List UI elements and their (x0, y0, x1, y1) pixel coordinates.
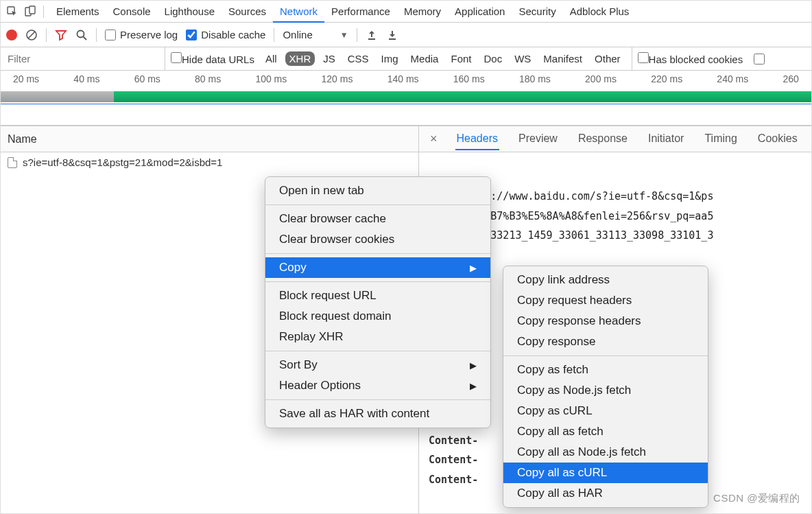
filter-funnel-icon[interactable] (55, 29, 67, 41)
preserve-log-checkbox[interactable]: Preserve log (105, 29, 178, 40)
type-filter-img[interactable]: Img (377, 51, 403, 66)
tab-sources[interactable]: Sources (222, 1, 273, 22)
separator (357, 28, 357, 42)
download-har-icon[interactable] (386, 29, 398, 41)
detail-tab-response[interactable]: Response (577, 128, 629, 150)
type-filter-manifest[interactable]: Manifest (539, 51, 586, 66)
has-blocked-cookies-checkbox[interactable]: Has blocked cookies (638, 52, 743, 65)
request-url: https://www.baidu.com/s?ie=utf-8&csq=1&p… (459, 190, 713, 202)
menu-item-copy-all-as-fetch[interactable]: Copy all as fetch (503, 421, 708, 442)
menu-item-copy-request-headers[interactable]: Copy request headers (503, 290, 708, 311)
tab-application[interactable]: Application (448, 1, 512, 22)
tab-performance[interactable]: Performance (324, 1, 397, 22)
type-filter-js[interactable]: JS (319, 51, 339, 66)
menu-item-clear-browser-cookies[interactable]: Clear browser cookies (265, 229, 490, 250)
detail-tab-initiator[interactable]: Initiator (647, 128, 685, 150)
menu-item-header-options[interactable]: Header Options▶ (265, 375, 490, 396)
menu-item-label: Copy response headers (517, 314, 641, 328)
context-submenu-copy[interactable]: Copy link addressCopy request headersCop… (503, 266, 708, 508)
throttle-value: Online (283, 29, 312, 40)
menu-item-label: Copy as fetch (517, 363, 588, 377)
record-button[interactable] (6, 30, 17, 40)
menu-item-label: Copy request headers (517, 294, 632, 307)
menu-item-copy-as-fetch[interactable]: Copy as fetch (503, 360, 708, 380)
menu-item-open-in-new-tab[interactable]: Open in new tab (265, 180, 490, 201)
request-row[interactable]: s?ie=utf-8&csq=1&pstg=21&mod=2&isbd=1 (1, 152, 418, 172)
detail-tab-cookies[interactable]: Cookies (756, 128, 799, 150)
tab-security[interactable]: Security (512, 1, 562, 22)
menu-item-copy-all-as-har[interactable]: Copy all as HAR (503, 483, 708, 504)
timeline-tick: 40 ms (73, 73, 99, 84)
type-filter-doc[interactable]: Doc (479, 51, 506, 66)
trailing-checkbox[interactable] (754, 54, 765, 65)
menu-divider (265, 399, 490, 400)
type-filter-font[interactable]: Font (446, 51, 475, 66)
menu-item-copy-link-address[interactable]: Copy link address (503, 270, 708, 290)
menu-item-label: Clear browser cache (279, 212, 386, 226)
close-icon[interactable]: × (426, 132, 442, 146)
device-toggle-icon[interactable] (23, 4, 38, 19)
menu-item-label: Header Options (279, 379, 361, 393)
tab-network[interactable]: Network (273, 1, 324, 23)
menu-divider (265, 351, 490, 351)
type-filter-other[interactable]: Other (590, 51, 625, 66)
search-icon[interactable] (75, 29, 88, 41)
detail-tab-timing[interactable]: Timing (703, 128, 738, 150)
tab-memory[interactable]: Memory (397, 1, 448, 22)
menu-item-copy-as-curl[interactable]: Copy as cURL (503, 401, 708, 421)
menu-item-copy-response[interactable]: Copy response (503, 331, 708, 352)
type-filter-all[interactable]: All (261, 51, 281, 66)
detail-tab-headers[interactable]: Headers (455, 128, 499, 150)
menu-item-block-request-url[interactable]: Block request URL (265, 285, 490, 306)
menu-item-block-request-domain[interactable]: Block request domain (265, 306, 490, 327)
type-filter-css[interactable]: CSS (344, 51, 373, 66)
menu-item-label: Copy all as Node.js fetch (517, 445, 646, 459)
tab-console[interactable]: Console (106, 1, 158, 22)
menu-item-label: Copy all as cURL (517, 466, 607, 480)
disable-cache-label: Disable cache (201, 29, 265, 40)
menu-item-replay-xhr[interactable]: Replay XHR (265, 327, 490, 347)
overview-timeline[interactable]: 20 ms40 ms60 ms80 ms100 ms120 ms140 ms16… (1, 71, 811, 126)
devtools-tab-strip: ElementsConsoleLighthouseSourcesNetworkP… (1, 1, 811, 23)
document-icon (8, 157, 17, 168)
watermark: CSDN @爱编程的 (713, 492, 800, 505)
menu-divider (265, 253, 490, 254)
chevron-right-icon: ▶ (470, 360, 477, 371)
separator (274, 28, 274, 42)
tab-lighthouse[interactable]: Lighthouse (158, 1, 222, 22)
type-filter-xhr[interactable]: XHR (285, 51, 315, 66)
hide-data-urls-checkbox[interactable]: Hide data URLs (171, 52, 254, 65)
disable-cache-checkbox[interactable]: Disable cache (186, 29, 265, 40)
clear-icon[interactable] (25, 29, 38, 41)
menu-item-copy-all-as-curl[interactable]: Copy all as cURL (503, 463, 708, 483)
tab-adblock-plus[interactable]: Adblock Plus (563, 1, 636, 22)
tab-elements[interactable]: Elements (49, 1, 106, 22)
menu-item-label: Save all as HAR with content (279, 407, 429, 421)
menu-item-sort-by[interactable]: Sort By▶ (265, 355, 490, 375)
preserve-log-label: Preserve log (120, 29, 178, 40)
hide-data-urls-label: Hide data URLs (182, 54, 254, 65)
menu-item-save-all-as-har-with-content[interactable]: Save all as HAR with content (265, 404, 490, 424)
separator (43, 5, 44, 18)
type-filter-ws[interactable]: WS (510, 51, 535, 66)
menu-item-copy-as-node-js-fetch[interactable]: Copy as Node.js fetch (503, 380, 708, 401)
menu-item-copy[interactable]: Copy▶ (265, 257, 490, 278)
inspect-icon[interactable] (5, 4, 20, 19)
detail-tab-preview[interactable]: Preview (517, 128, 559, 150)
filter-bar: Hide data URLs AllXHRJSCSSImgMediaFontDo… (1, 47, 811, 71)
filter-input[interactable] (1, 47, 165, 70)
upload-har-icon[interactable] (366, 29, 378, 41)
menu-divider (265, 205, 490, 205)
column-header-name[interactable]: Name (1, 126, 418, 152)
menu-item-clear-browser-cache[interactable]: Clear browser cache (265, 209, 490, 229)
timeline-tick: 60 ms (134, 73, 160, 84)
menu-item-label: Open in new tab (279, 184, 364, 198)
throttle-select[interactable]: Online ▼ (283, 29, 348, 40)
context-menu[interactable]: Open in new tabClear browser cacheClear … (265, 176, 491, 428)
type-filter-media[interactable]: Media (407, 51, 443, 66)
menu-item-label: Clear browser cookies (279, 233, 394, 246)
menu-item-copy-response-headers[interactable]: Copy response headers (503, 311, 708, 331)
timeline-tick: 80 ms (195, 73, 221, 84)
menu-item-copy-all-as-node-js-fetch[interactable]: Copy all as Node.js fetch (503, 442, 708, 463)
request-name: s?ie=utf-8&csq=1&pstg=21&mod=2&isbd=1 (23, 156, 222, 168)
